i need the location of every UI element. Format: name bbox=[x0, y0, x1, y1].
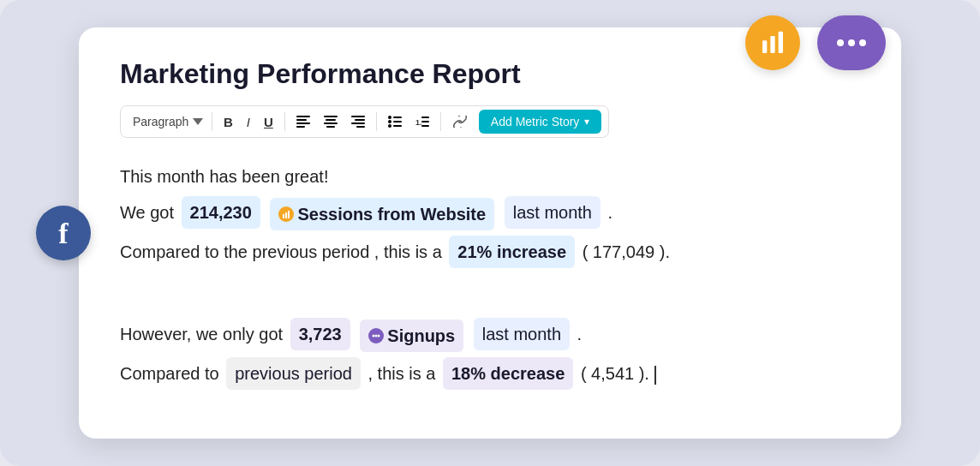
toolbar-divider-4 bbox=[440, 112, 441, 131]
svg-rect-26 bbox=[285, 212, 287, 218]
svg-rect-10 bbox=[326, 126, 335, 128]
svg-rect-12 bbox=[355, 119, 365, 121]
underline-button[interactable]: U bbox=[258, 111, 279, 133]
intro-line: This month has been great! bbox=[120, 162, 860, 191]
dot2 bbox=[848, 39, 855, 46]
sessions-source-label: Sessions from Website bbox=[297, 200, 486, 229]
facebook-letter: f bbox=[58, 219, 68, 248]
add-metric-label: Add Metric Story bbox=[491, 115, 579, 128]
bar-chart-icon[interactable] bbox=[745, 15, 800, 70]
svg-rect-25 bbox=[283, 214, 284, 218]
purple-dots-icon bbox=[368, 328, 384, 344]
sessions-period-chip[interactable]: last month bbox=[505, 196, 601, 229]
paragraph-select[interactable]: Paragraph bbox=[128, 111, 206, 132]
editor-toolbar: Paragraph B I U 1. bbox=[120, 105, 609, 138]
svg-rect-24 bbox=[421, 125, 429, 127]
add-metric-button[interactable]: Add Metric Story ▾ bbox=[479, 110, 601, 134]
toolbar-divider-3 bbox=[376, 112, 377, 131]
svg-point-28 bbox=[373, 335, 375, 338]
svg-rect-16 bbox=[393, 116, 402, 118]
page-title: Marketing Performance Report bbox=[120, 58, 860, 90]
sessions-label-chip[interactable]: Sessions from Website bbox=[270, 198, 494, 230]
blank-line bbox=[120, 273, 860, 302]
decrease-value-chip[interactable]: 18% decrease bbox=[443, 357, 573, 390]
more-options-icon[interactable] bbox=[817, 15, 886, 70]
svg-rect-2 bbox=[779, 32, 783, 53]
decrease-line: Compared to previous period , this is a … bbox=[120, 357, 860, 390]
orange-chart-icon bbox=[278, 206, 294, 222]
svg-point-17 bbox=[388, 120, 391, 123]
svg-rect-8 bbox=[326, 119, 336, 121]
editor-content[interactable]: This month has been great! We got 214,23… bbox=[120, 162, 860, 390]
page-wrapper: f Marketing Performance Report Paragraph… bbox=[0, 0, 980, 466]
dot1 bbox=[837, 39, 844, 46]
svg-point-29 bbox=[375, 335, 378, 338]
previous-period-chip[interactable]: previous period bbox=[226, 357, 361, 390]
ordered-list-button[interactable]: 1. bbox=[409, 112, 435, 131]
italic-button[interactable]: I bbox=[241, 111, 256, 133]
signups-value-chip[interactable]: 3,723 bbox=[290, 318, 350, 350]
svg-rect-4 bbox=[296, 119, 307, 121]
signups-period-chip[interactable]: last month bbox=[474, 318, 570, 350]
toolbar-divider-2 bbox=[284, 112, 285, 131]
bold-button[interactable]: B bbox=[218, 111, 239, 133]
comparison-line: Compared to the previous period , this i… bbox=[120, 236, 860, 268]
svg-rect-13 bbox=[351, 122, 365, 124]
dot3 bbox=[859, 39, 866, 46]
svg-rect-9 bbox=[324, 122, 338, 124]
svg-rect-7 bbox=[324, 116, 338, 117]
align-right-button[interactable] bbox=[345, 112, 371, 131]
text-cursor bbox=[654, 366, 656, 385]
increase-value-chip[interactable]: 21% increase bbox=[449, 236, 575, 268]
svg-rect-20 bbox=[393, 125, 402, 127]
svg-rect-6 bbox=[296, 126, 305, 128]
svg-rect-14 bbox=[356, 126, 365, 128]
sessions-line: We got 214,230 Sessions from Website las… bbox=[120, 196, 860, 230]
svg-rect-11 bbox=[351, 116, 365, 117]
svg-rect-22 bbox=[421, 116, 429, 118]
main-card: Marketing Performance Report Paragraph B… bbox=[79, 27, 901, 439]
link-button[interactable] bbox=[446, 112, 474, 131]
toolbar-divider-1 bbox=[212, 112, 212, 131]
svg-rect-0 bbox=[762, 40, 767, 53]
align-left-button[interactable] bbox=[290, 112, 316, 131]
signups-label-text: Signups bbox=[387, 321, 455, 350]
facebook-icon[interactable]: f bbox=[36, 206, 91, 260]
sessions-value-chip[interactable]: 214,230 bbox=[182, 196, 260, 229]
align-center-button[interactable] bbox=[318, 112, 344, 131]
svg-point-30 bbox=[378, 335, 380, 338]
svg-rect-18 bbox=[393, 121, 402, 122]
svg-point-19 bbox=[388, 124, 391, 128]
signups-line: However, we only got 3,723 Signups last … bbox=[120, 318, 860, 352]
add-metric-chevron: ▾ bbox=[584, 116, 589, 128]
svg-rect-27 bbox=[288, 211, 290, 218]
svg-point-15 bbox=[388, 116, 391, 119]
svg-text:1.: 1. bbox=[415, 118, 422, 127]
svg-rect-5 bbox=[296, 122, 310, 124]
svg-rect-1 bbox=[770, 36, 774, 53]
signups-label-chip[interactable]: Signups bbox=[360, 320, 463, 352]
bullet-list-button[interactable] bbox=[382, 112, 408, 131]
svg-rect-3 bbox=[296, 116, 310, 117]
svg-rect-23 bbox=[421, 121, 429, 122]
